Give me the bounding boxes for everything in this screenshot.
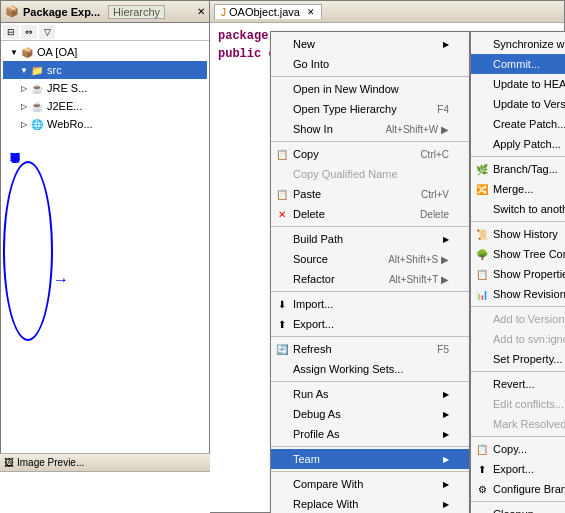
menu-item-opentypehierarchy[interactable]: Open Type Hierarchy F4 bbox=[271, 99, 469, 119]
editor-tab[interactable]: J OAObject.java ✕ bbox=[214, 4, 322, 19]
menu-item-paste[interactable]: 📋 Paste Ctrl+V bbox=[271, 184, 469, 204]
menu-item-showin[interactable]: Show In Alt+Shift+W ▶ bbox=[271, 119, 469, 139]
delete-icon: ✕ bbox=[274, 207, 290, 221]
menu-openinwindow-label: Open in New Window bbox=[293, 83, 399, 95]
hierarchy-tab[interactable]: Hierarchy bbox=[108, 5, 165, 19]
submenu-item-showproperties[interactable]: 📋 Show Properties bbox=[471, 264, 565, 284]
editor-tab-label: OAObject.java bbox=[229, 6, 300, 18]
copy-icon: 📋 bbox=[274, 147, 290, 161]
editor-tab-close[interactable]: ✕ bbox=[307, 7, 315, 17]
collapse-all-button[interactable]: ⊟ bbox=[3, 25, 19, 39]
menu-item-debugas[interactable]: Debug As ▶ bbox=[271, 404, 469, 424]
submenu-item-configurebranches[interactable]: ⚙ Configure Branches/Tags... bbox=[471, 479, 565, 499]
submenu-item-updatetoversion[interactable]: Update to Version... bbox=[471, 94, 565, 114]
submenu-item-commit[interactable]: Commit... bbox=[471, 54, 565, 74]
submenu-item-merge[interactable]: 🔀 Merge... bbox=[471, 179, 565, 199]
menu-sep3 bbox=[271, 226, 469, 227]
configurebranches-icon: ⚙ bbox=[474, 482, 490, 496]
merge-icon: 🔀 bbox=[474, 182, 490, 196]
submenu-item-updatetohead[interactable]: Update to HEAD bbox=[471, 74, 565, 94]
submenu-item-editconflicts: Edit conflicts... bbox=[471, 394, 565, 414]
tree-arrow-webro: ▷ bbox=[19, 120, 29, 129]
jre-icon: ☕ bbox=[29, 81, 45, 95]
tree-arrow-oa: ▼ bbox=[9, 48, 19, 57]
submenu-item-showhistory[interactable]: 📜 Show History bbox=[471, 224, 565, 244]
menu-item-delete[interactable]: ✕ Delete Delete bbox=[271, 204, 469, 224]
submenu-commit-label: Commit... bbox=[493, 58, 540, 70]
submenu-setproperty-label: Set Property... bbox=[493, 353, 563, 365]
submenu-item-addtovc: Add to Version Control bbox=[471, 309, 565, 329]
submenu-cleanup-label: Cleanup bbox=[493, 508, 534, 513]
submenu-item-addtosvn: Add to svn:ignore... bbox=[471, 329, 565, 349]
menu-item-openinwindow[interactable]: Open in New Window bbox=[271, 79, 469, 99]
menu-item-team[interactable]: Team ▶ bbox=[271, 449, 469, 469]
submenu-item-revert[interactable]: Revert... bbox=[471, 374, 565, 394]
tree-item-j2ee[interactable]: ▷ ☕ J2EE... bbox=[3, 97, 207, 115]
menu-profileas-arrow: ▶ bbox=[443, 430, 449, 439]
submenu-copy-label: Copy... bbox=[493, 443, 527, 455]
submenu-showhistory-label: Show History bbox=[493, 228, 558, 240]
oa-icon: 📦 bbox=[19, 45, 35, 59]
paste-icon: 📋 bbox=[274, 187, 290, 201]
submenu-item-showrevisiongraph[interactable]: 📊 Show Revision Graph bbox=[471, 284, 565, 304]
submenu-synchronize-label: Synchronize with Repository bbox=[493, 38, 565, 50]
tree-arrow-jre: ▷ bbox=[19, 84, 29, 93]
j2ee-icon: ☕ bbox=[29, 99, 45, 113]
tree-arrow-j2ee: ▷ bbox=[19, 102, 29, 111]
menu-copyqualified-label: Copy Qualified Name bbox=[293, 168, 398, 180]
menu-new-label: New bbox=[293, 38, 315, 50]
menu-item-runas[interactable]: Run As ▶ bbox=[271, 384, 469, 404]
tree-item-jre[interactable]: ▷ ☕ JRE S... bbox=[3, 79, 207, 97]
menu-item-source[interactable]: Source Alt+Shift+S ▶ bbox=[271, 249, 469, 269]
menu-item-refresh[interactable]: 🔄 Refresh F5 bbox=[271, 339, 469, 359]
link-editor-button[interactable]: ⇔ bbox=[21, 25, 37, 39]
menu-item-refactor[interactable]: Refactor Alt+Shift+T ▶ bbox=[271, 269, 469, 289]
tree-item-oa[interactable]: ▼ 📦 OA [OA] bbox=[3, 43, 207, 61]
src-label: src bbox=[47, 64, 62, 76]
menu-sep1 bbox=[271, 76, 469, 77]
submenu-item-branchtag[interactable]: 🌿 Branch/Tag... bbox=[471, 159, 565, 179]
submenu-item-setproperty[interactable]: Set Property... bbox=[471, 349, 565, 369]
toolbar-menu-button[interactable]: ▽ bbox=[39, 25, 55, 39]
submenu-item-showtreeconflicts[interactable]: 🌳 Show Tree Conflicts bbox=[471, 244, 565, 264]
context-menu: New ▶ Go Into Open in New Window Open Ty… bbox=[270, 31, 470, 513]
submenu-export-icon: ⬆ bbox=[474, 462, 490, 476]
menu-item-import[interactable]: ⬇ Import... bbox=[271, 294, 469, 314]
tree-item-webro[interactable]: ▷ 🌐 WebRo... bbox=[3, 115, 207, 133]
menu-item-buildpath[interactable]: Build Path ▶ bbox=[271, 229, 469, 249]
menu-item-export[interactable]: ⬆ Export... bbox=[271, 314, 469, 334]
showhistory-icon: 📜 bbox=[474, 227, 490, 241]
menu-source-label: Source bbox=[293, 253, 328, 265]
menu-sep2 bbox=[271, 141, 469, 142]
image-preview-panel: 🖼 Image Previe... bbox=[0, 453, 210, 513]
close-tab-icon[interactable]: ✕ bbox=[197, 6, 205, 17]
submenu-item-copy[interactable]: 📋 Copy... bbox=[471, 439, 565, 459]
menu-opentypehierarchy-label: Open Type Hierarchy bbox=[293, 103, 397, 115]
menu-item-copy[interactable]: 📋 Copy Ctrl+C bbox=[271, 144, 469, 164]
submenu-item-switchtobranch[interactable]: Switch to another Branch/Tag/Revision... bbox=[471, 199, 565, 219]
menu-comparewith-arrow: ▶ bbox=[443, 480, 449, 489]
submenu-item-export[interactable]: ⬆ Export... bbox=[471, 459, 565, 479]
menu-refactor-label: Refactor bbox=[293, 273, 335, 285]
submenu-showtreeconflicts-label: Show Tree Conflicts bbox=[493, 248, 565, 260]
submenu-item-applypatch[interactable]: Apply Patch... bbox=[471, 134, 565, 154]
menu-item-replacewith[interactable]: Replace With ▶ bbox=[271, 494, 469, 513]
menu-item-comparewith[interactable]: Compare With ▶ bbox=[271, 474, 469, 494]
menu-import-label: Import... bbox=[293, 298, 333, 310]
menu-item-new[interactable]: New ▶ bbox=[271, 34, 469, 54]
menu-item-profileas[interactable]: Profile As ▶ bbox=[271, 424, 469, 444]
submenu-item-createpatch[interactable]: Create Patch... bbox=[471, 114, 565, 134]
image-preview-title: Image Previe... bbox=[17, 457, 84, 468]
menu-export-label: Export... bbox=[293, 318, 334, 330]
menu-refresh-shortcut: F5 bbox=[437, 344, 449, 355]
package-explorer-header: 📦 Package Exp... Hierarchy ✕ bbox=[1, 1, 209, 23]
menu-item-assignworkingsets[interactable]: Assign Working Sets... bbox=[271, 359, 469, 379]
menu-item-copyqualified: Copy Qualified Name bbox=[271, 164, 469, 184]
submenu-updatetoversion-label: Update to Version... bbox=[493, 98, 565, 110]
showproperties-icon: 📋 bbox=[474, 267, 490, 281]
submenu-item-synchronize[interactable]: Synchronize with Repository bbox=[471, 34, 565, 54]
submenu-item-cleanup[interactable]: Cleanup bbox=[471, 504, 565, 513]
menu-item-gotointo[interactable]: Go Into bbox=[271, 54, 469, 74]
submenu-copy-icon: 📋 bbox=[474, 442, 490, 456]
tree-item-src[interactable]: ▼ 📁 src bbox=[3, 61, 207, 79]
